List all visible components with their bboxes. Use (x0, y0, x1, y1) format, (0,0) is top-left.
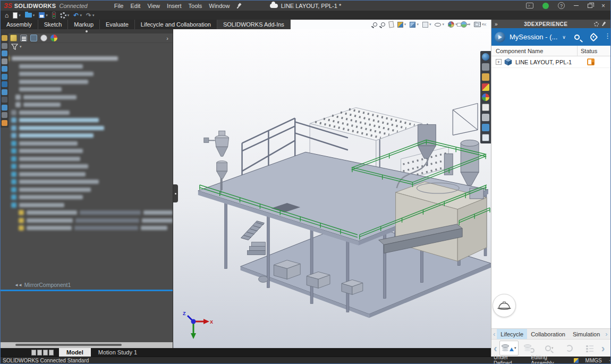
toolbar-scroll-right-icon[interactable]: › (600, 343, 606, 353)
monitor-panel-icon[interactable] (482, 134, 489, 141)
design-library-icon[interactable] (482, 63, 489, 71)
toolbar-scroll-left-icon[interactable]: ‹ (493, 343, 498, 353)
refresh-tool-icon[interactable] (2, 112, 7, 118)
tree-horizontal-scrollbar[interactable] (1, 342, 173, 348)
tree-item-mirrorcomponent1[interactable]: ◄◄ MirrorComponent1 (1, 281, 173, 289)
menu-view[interactable]: View (147, 3, 160, 9)
home-icon[interactable]: ⌂ (5, 12, 9, 19)
component-row[interactable]: + LINE LAYOUT, PPL-1 (491, 56, 610, 68)
configuration-manager-tab-icon[interactable] (30, 35, 37, 41)
overflow-menu-icon[interactable]: ⋮ (604, 32, 611, 40)
child-minimize-icon[interactable] (466, 24, 470, 25)
menu-window[interactable]: Window (209, 3, 230, 9)
tab-model[interactable]: Model (59, 348, 91, 357)
user-avatar[interactable] (542, 3, 549, 9)
save-icon[interactable] (39, 12, 45, 18)
feature-tree[interactable]: ◄◄ MirrorComponent1 (1, 50, 173, 342)
expand-icon[interactable]: + (496, 59, 502, 65)
options-gear-icon[interactable] (60, 12, 66, 19)
child-window-icon[interactable] (448, 23, 452, 27)
3d-model-canvas[interactable] (173, 29, 491, 348)
status-units-caret[interactable]: · (609, 358, 610, 363)
tab-sketch[interactable]: Sketch (38, 20, 69, 29)
session-selector[interactable]: MySession - (... (510, 33, 557, 41)
3dexperience-globe-icon[interactable] (482, 53, 489, 61)
refresh-sync-button[interactable] (560, 341, 579, 355)
view-orientation-icon[interactable] (410, 22, 415, 28)
dot-tool-icon[interactable] (2, 97, 7, 103)
lock-icon[interactable] (2, 35, 7, 41)
new-document-icon[interactable] (13, 12, 18, 19)
unlock-icon[interactable] (2, 43, 7, 49)
lifecycle-save-button[interactable]: ▾ (499, 341, 519, 355)
tab-simulation[interactable]: Simulation (569, 329, 604, 339)
panel-gear-icon[interactable] (594, 22, 599, 27)
open-folder-icon[interactable] (25, 13, 32, 18)
file-explorer-icon[interactable] (482, 73, 489, 81)
share-tool-icon[interactable] (2, 120, 7, 126)
list-structure-button[interactable] (580, 341, 599, 355)
maximize-button[interactable] (588, 4, 592, 8)
tab-lifecycle[interactable]: Lifecycle (497, 329, 527, 339)
menu-insert[interactable]: Insert (167, 3, 182, 9)
custom-properties-icon[interactable] (482, 104, 489, 111)
section-view-icon[interactable] (397, 22, 403, 28)
property-manager-tab-icon[interactable] (20, 35, 27, 41)
display-style-icon[interactable] (422, 22, 428, 28)
menu-file[interactable]: File (114, 3, 124, 9)
tab-evaluate[interactable]: Evaluate (100, 20, 135, 29)
tab-lifecycle-and-collaboration[interactable]: Lifecycle and Collaboration (135, 20, 217, 29)
zoom-to-area-icon[interactable] (381, 22, 385, 27)
share-icon[interactable] (482, 124, 489, 131)
child-restore-icon[interactable] (475, 23, 479, 26)
session-chevron-icon[interactable]: ∨ (562, 35, 566, 40)
dimxpert-tab-icon[interactable] (40, 35, 47, 41)
minimize-button[interactable] (574, 5, 579, 6)
configuration-slider-icons[interactable] (31, 348, 54, 357)
3dexperience-compass-icon[interactable] (495, 32, 505, 43)
tab-collaboration[interactable]: Collaboration (527, 329, 569, 339)
tabs-scroll-right-icon[interactable]: › (604, 330, 609, 338)
scene-tool-icon[interactable] (2, 89, 7, 95)
bookmark-tool-icon[interactable] (2, 81, 7, 87)
previous-view-icon[interactable] (388, 21, 394, 28)
search-options-button[interactable]: ▾ (540, 341, 559, 355)
zoom-to-fit-icon[interactable] (373, 22, 377, 27)
menu-edit[interactable]: Edit (130, 3, 140, 9)
redo-icon[interactable]: ↷ (86, 12, 91, 19)
view-palette-icon[interactable] (482, 83, 489, 91)
grid-tool-icon[interactable] (2, 66, 7, 72)
report-tool-icon[interactable] (2, 74, 7, 80)
monitor-tool-icon[interactable] (2, 105, 7, 111)
child-window-icon[interactable] (457, 23, 461, 27)
undo-icon[interactable]: ↶ (73, 12, 79, 19)
pin-menu-icon[interactable] (237, 3, 242, 8)
design-tree-tab-icon[interactable] (10, 35, 17, 41)
graphics-viewport[interactable]: X Z (173, 29, 491, 348)
panel-splitter-handle[interactable] (173, 184, 178, 202)
panel-tabs-overflow-icon[interactable]: › (166, 35, 168, 41)
panel-pin-icon[interactable] (602, 22, 606, 26)
hide-show-items-icon[interactable] (435, 23, 441, 27)
probe-tool-icon[interactable] (2, 58, 7, 64)
tabs-scroll-left-icon[interactable]: ‹ (491, 330, 497, 338)
tab-motion-study-1[interactable]: Motion Study 1 (91, 348, 145, 357)
tab-solidworks-add-ins[interactable]: SOLIDWORKS Add-Ins (217, 20, 291, 29)
panel-collapse-handle[interactable] (1, 29, 173, 33)
document-recovery-icon[interactable] (482, 114, 489, 121)
child-close-icon[interactable]: × (483, 22, 487, 28)
close-button[interactable]: × (601, 2, 605, 10)
tag-icon[interactable] (589, 32, 598, 41)
column-status[interactable]: Status (578, 48, 610, 54)
terminal-icon[interactable]: > (526, 3, 533, 9)
appearances-icon[interactable] (482, 94, 489, 101)
status-units[interactable]: MMGS (585, 358, 602, 363)
tab-markup[interactable]: Markup (68, 20, 100, 29)
assistant-hardhat-button[interactable] (493, 294, 516, 317)
design-checker-icon[interactable] (52, 12, 56, 19)
database-refresh-button[interactable] (520, 341, 539, 355)
filter-funnel-icon[interactable] (11, 44, 18, 50)
search-icon[interactable] (574, 35, 580, 40)
menu-tools[interactable]: Tools (189, 3, 202, 9)
display-manager-tab-icon[interactable] (50, 35, 57, 41)
